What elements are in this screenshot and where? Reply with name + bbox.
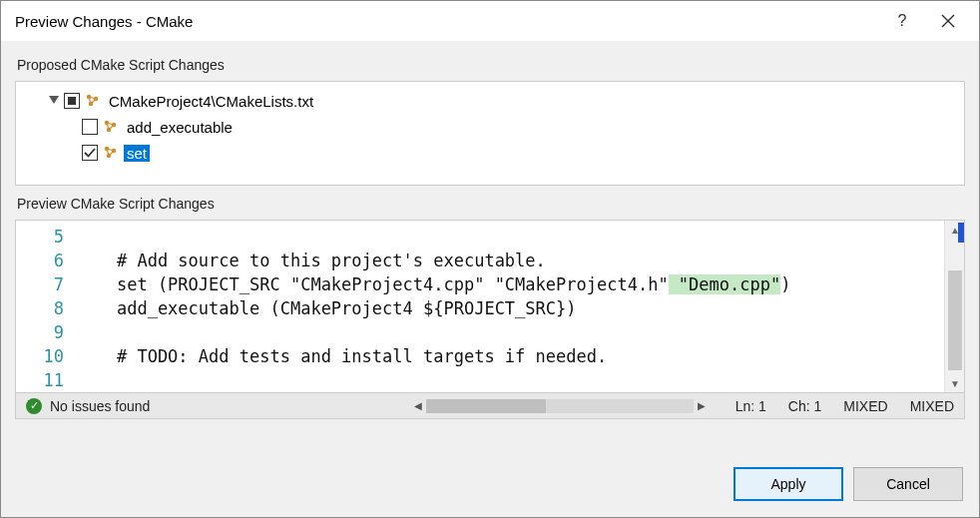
expander-icon[interactable] xyxy=(48,95,60,107)
tree-item-add-executable[interactable]: add_executable xyxy=(20,114,960,140)
horizontal-scrollbar[interactable]: ◀ ▶ xyxy=(410,398,710,414)
cmake-icon xyxy=(102,144,120,162)
status-message: No issues found xyxy=(50,398,150,414)
code-editor: 567891011 # Add source to this project's… xyxy=(15,220,965,419)
status-col: Ch: 1 xyxy=(788,398,821,414)
preview-label: Preview CMake Script Changes xyxy=(15,192,965,214)
proposed-label: Proposed CMake Script Changes xyxy=(15,53,965,75)
hscroll-track[interactable] xyxy=(426,399,694,413)
tree-root-row[interactable]: CMakeProject4\CMakeLists.txt xyxy=(20,88,960,114)
scroll-thumb[interactable] xyxy=(948,270,962,370)
window-title: Preview Changes - CMake xyxy=(15,13,879,30)
vertical-scrollbar[interactable]: ▲ ▼ xyxy=(944,221,964,392)
scroll-change-marker xyxy=(958,223,964,243)
editor-statusbar: ✓ No issues found ◀ ▶ Ln: 1 Ch: 1 MIXED … xyxy=(16,392,964,418)
dialog-footer: Apply Cancel xyxy=(1,455,979,517)
close-icon xyxy=(941,14,955,28)
code-area[interactable]: # Add source to this project's executabl… xyxy=(76,221,944,392)
apply-button[interactable]: Apply xyxy=(734,467,843,501)
checkbox-unchecked[interactable] xyxy=(82,119,98,135)
cmake-icon xyxy=(102,118,120,136)
status-eol: MIXED xyxy=(910,398,954,414)
changes-tree[interactable]: CMakeProject4\CMakeLists.txt add_executa… xyxy=(15,81,965,186)
status-ok-icon: ✓ xyxy=(26,398,42,414)
dialog-content: Proposed CMake Script Changes CMakeProje… xyxy=(1,41,979,455)
status-encoding: MIXED xyxy=(843,398,887,414)
cancel-button[interactable]: Cancel xyxy=(853,467,963,501)
scroll-right-icon[interactable]: ▶ xyxy=(694,398,710,414)
checkbox-checked[interactable] xyxy=(82,145,98,161)
line-gutter: 567891011 xyxy=(16,221,76,392)
hscroll-thumb[interactable] xyxy=(426,399,546,413)
checkbox-indeterminate[interactable] xyxy=(64,93,80,109)
close-button[interactable] xyxy=(925,1,971,41)
cmake-icon xyxy=(84,92,102,110)
status-line: Ln: 1 xyxy=(735,398,766,414)
svg-marker-2 xyxy=(49,96,59,104)
titlebar: Preview Changes - CMake ? xyxy=(1,1,979,41)
tree-item-set[interactable]: set xyxy=(20,140,960,166)
tree-item-label: add_executable xyxy=(124,119,236,136)
help-button[interactable]: ? xyxy=(879,1,925,41)
tree-root-label: CMakeProject4\CMakeLists.txt xyxy=(106,93,316,110)
tree-item-label: set xyxy=(124,145,150,162)
scroll-down-icon[interactable]: ▼ xyxy=(945,374,964,392)
scroll-left-icon[interactable]: ◀ xyxy=(410,398,426,414)
